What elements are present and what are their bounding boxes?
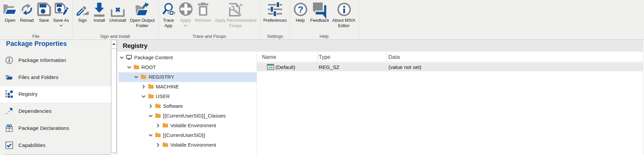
svg-text:ab: ab: [268, 65, 273, 69]
svg-text:?: ?: [298, 4, 303, 15]
